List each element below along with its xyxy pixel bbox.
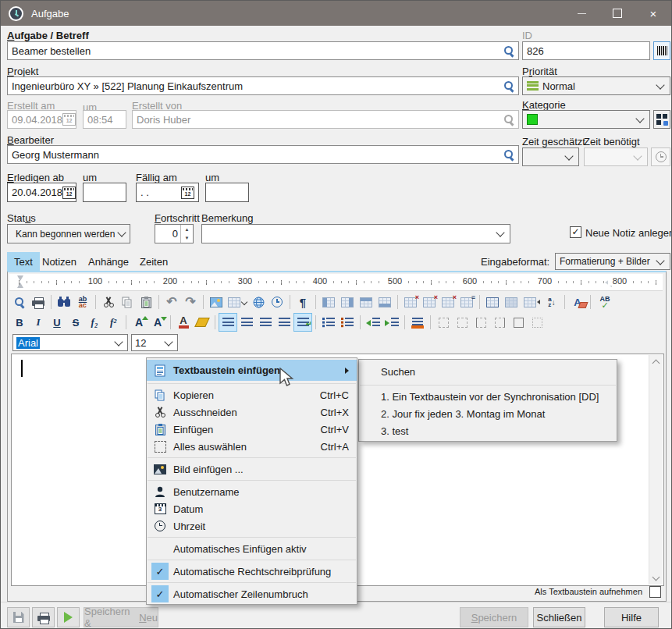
- menu-item-select-all[interactable]: Alles auswählenCtrl+A: [147, 438, 357, 455]
- undo-button[interactable]: ↶: [163, 293, 180, 311]
- print-button[interactable]: [30, 293, 47, 311]
- border-left-button[interactable]: [472, 314, 489, 331]
- insert-row-below-button[interactable]: [376, 293, 393, 311]
- font-size-combobox[interactable]: 12: [131, 334, 178, 351]
- clear-formatting-button[interactable]: A: [569, 293, 586, 311]
- font-name-combobox[interactable]: Arial: [12, 334, 128, 351]
- status-dropdown[interactable]: Kann begonnen werden: [7, 224, 130, 243]
- delete-column-button[interactable]: ×: [402, 293, 419, 311]
- tab-zeiten[interactable]: Zeiten: [133, 252, 175, 271]
- menu-item-username[interactable]: Benutzername: [147, 483, 357, 500]
- tab-anhaenge[interactable]: Anhänge: [81, 252, 136, 271]
- menu-item-copy[interactable]: KopierenCtrl+C: [147, 386, 357, 403]
- calendar-icon[interactable]: [62, 187, 76, 199]
- redo-button[interactable]: ↷: [182, 293, 199, 311]
- search-icon[interactable]: [503, 80, 514, 91]
- assignee-input[interactable]: Georg Mustermann: [7, 145, 519, 164]
- close-window-button[interactable]: Schließen: [533, 607, 585, 627]
- insert-row-above-button[interactable]: [357, 293, 375, 311]
- border-outer-button[interactable]: [453, 314, 471, 331]
- menu-item-paste[interactable]: EinfügenCtrl+V: [147, 421, 357, 438]
- menu-item-insert-image[interactable]: Bild einfügen ...: [147, 460, 357, 478]
- align-justify-button[interactable]: [276, 314, 293, 331]
- paste-button[interactable]: [137, 293, 155, 311]
- project-input[interactable]: Ingenieurbüro XY » [522] Planung Einkauf…: [7, 76, 519, 95]
- table-shading-button[interactable]: [503, 293, 520, 311]
- merge-cells-button[interactable]: [521, 293, 542, 311]
- menu-item-auto-insert[interactable]: Automatisches Einfügen aktiv: [147, 540, 357, 557]
- run-icon-button[interactable]: [57, 607, 80, 627]
- close-button[interactable]: ×: [635, 1, 671, 26]
- help-button[interactable]: Hilfe: [604, 607, 659, 627]
- font-color-button[interactable]: A: [175, 314, 192, 331]
- calendar-icon[interactable]: [181, 187, 194, 199]
- menu-item-insert-snippet[interactable]: Textbaustein einfügen: [147, 360, 357, 381]
- bullet-list-button[interactable]: [320, 314, 337, 331]
- menu-item-auto-spellcheck[interactable]: ✓ Automatische Rechtschreibprüfung: [147, 563, 357, 580]
- delete-row-button[interactable]: ×: [421, 293, 438, 311]
- shrink-font-button[interactable]: A: [149, 314, 166, 331]
- menu-item-time[interactable]: Uhrzeit: [147, 517, 357, 535]
- category-picker-button[interactable]: [653, 110, 670, 129]
- bold-button[interactable]: B: [11, 314, 28, 331]
- grow-font-button[interactable]: A: [130, 314, 148, 331]
- category-dropdown[interactable]: [522, 110, 650, 129]
- spellcheck-button[interactable]: AB✓: [595, 293, 615, 311]
- underline-button[interactable]: U: [48, 314, 66, 331]
- align-center-button[interactable]: [238, 314, 255, 331]
- start-time-input[interactable]: [83, 183, 126, 202]
- spin-up-icon[interactable]: ▲: [181, 225, 193, 234]
- numbered-list-button[interactable]: [339, 314, 356, 331]
- submenu-item-snippet-2[interactable]: 2. Jour fix jeden 3. Montag im Monat: [359, 405, 617, 422]
- insert-time-button[interactable]: [268, 293, 286, 311]
- remark-combobox[interactable]: [201, 224, 510, 243]
- table-borders-button[interactable]: [484, 293, 501, 311]
- search-icon[interactable]: [503, 149, 514, 160]
- scroll-up-button[interactable]: [649, 355, 663, 368]
- insert-column-right-button[interactable]: [339, 293, 356, 311]
- priority-dropdown[interactable]: Normal: [522, 76, 670, 95]
- sort-button[interactable]: az↓: [543, 293, 560, 311]
- record-snippet-checkbox[interactable]: [649, 586, 661, 598]
- increase-indent-button[interactable]: [383, 314, 400, 331]
- menu-item-cut[interactable]: AusschneidenCtrl+X: [147, 403, 357, 421]
- id-input[interactable]: 826: [522, 41, 650, 60]
- align-right-button[interactable]: [257, 314, 274, 331]
- insert-image-button[interactable]: [208, 293, 225, 311]
- submenu-item-snippet-3[interactable]: 3. test: [359, 422, 617, 439]
- submenu-item-snippet-1[interactable]: 1. Ein Textbaustein vor der Synchronisat…: [359, 388, 617, 405]
- scroll-down-button[interactable]: [649, 571, 663, 585]
- new-note-checkbox[interactable]: ✓: [570, 226, 581, 238]
- find-button[interactable]: [55, 293, 73, 311]
- italic-button[interactable]: I: [30, 314, 47, 331]
- menu-item-auto-wordwrap[interactable]: ✓ Automatischer Zeilenumbruch: [147, 585, 357, 602]
- word-wrap-button[interactable]: ↵: [294, 314, 311, 331]
- ruler[interactable]: 100 200 300 400 500 600 700 800: [9, 274, 663, 291]
- border-inner-button[interactable]: [528, 314, 546, 331]
- subject-input[interactable]: Beamer bestellen: [7, 41, 519, 60]
- minimize-button[interactable]: [564, 1, 599, 26]
- strikethrough-button[interactable]: S: [67, 314, 84, 331]
- decrease-indent-button[interactable]: [364, 314, 382, 331]
- maximize-button[interactable]: [599, 1, 635, 26]
- align-left-button[interactable]: [219, 314, 236, 331]
- progress-spinner[interactable]: 0 ▲▼: [155, 224, 194, 243]
- input-format-dropdown[interactable]: Formatierung + Bilder: [555, 253, 670, 270]
- search-icon[interactable]: [503, 45, 514, 56]
- insert-table-button[interactable]: [226, 293, 248, 311]
- submenu-item-search[interactable]: Suchen: [359, 361, 617, 382]
- split-cell-button[interactable]: ≡: [458, 293, 475, 311]
- paragraph-background-button[interactable]: [409, 314, 426, 331]
- start-date-input[interactable]: 20.04.2018: [7, 183, 76, 202]
- menu-item-date[interactable]: Datum: [147, 500, 357, 517]
- highlight-button[interactable]: [194, 314, 211, 331]
- cut-button[interactable]: [100, 293, 117, 311]
- border-none-button[interactable]: [435, 314, 452, 331]
- copy-button[interactable]: [119, 293, 136, 311]
- barcode-button[interactable]: [653, 41, 670, 60]
- border-all-button[interactable]: [510, 314, 527, 331]
- pilcrow-button[interactable]: ¶: [294, 293, 311, 311]
- due-date-input[interactable]: . .: [136, 183, 199, 202]
- indent-marker-icon[interactable]: [17, 275, 24, 288]
- replace-button[interactable]: abac: [74, 293, 91, 311]
